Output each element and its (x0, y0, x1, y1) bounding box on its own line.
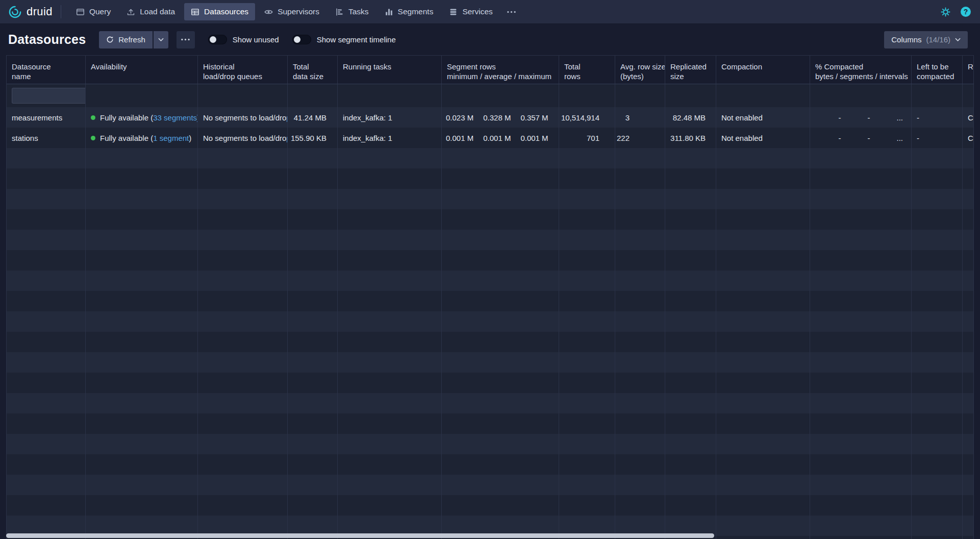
empty-cell (615, 332, 665, 352)
load-drop-cell: No segments to load/drop (198, 107, 288, 128)
empty-cell (338, 230, 442, 250)
empty-cell (963, 393, 974, 413)
empty-cell (615, 291, 665, 311)
ellipsis-icon (507, 11, 516, 13)
segments-link[interactable]: 1 segment (153, 134, 189, 142)
empty-cell (716, 189, 810, 209)
empty-cell (912, 352, 963, 373)
refresh-button[interactable]: Refresh (99, 31, 153, 48)
empty-cell (7, 209, 86, 230)
empty-cell (810, 475, 912, 495)
switch-knob (210, 36, 216, 43)
empty-cell (442, 189, 559, 209)
brand[interactable]: druid (8, 5, 53, 19)
chevron-down-icon (955, 38, 961, 42)
show-unused-switch[interactable] (208, 35, 227, 44)
empty-cell (963, 189, 974, 209)
empty-cell (559, 168, 615, 189)
header-datasource-name[interactable]: Datasourcename (7, 56, 86, 84)
empty-cell (615, 352, 665, 373)
empty-cell (86, 148, 198, 168)
empty-cell (665, 454, 716, 475)
datasource-name-cell: stations (7, 128, 86, 148)
empty-cell (716, 434, 810, 454)
nav-item-load-data[interactable]: Load data (120, 3, 182, 20)
header-retention[interactable]: Re (963, 56, 974, 84)
header-running-tasks[interactable]: Running tasks (338, 56, 442, 84)
refresh-interval-dropdown[interactable] (154, 31, 168, 48)
segments-link[interactable]: 33 segments (153, 113, 197, 122)
header-total-data-size[interactable]: Totaldata size (288, 56, 338, 84)
empty-cell (86, 271, 198, 291)
empty-cell (198, 434, 288, 454)
empty-cell (912, 434, 963, 454)
empty-cell (963, 434, 974, 454)
nav-item-datasources[interactable]: Datasources (184, 3, 255, 20)
more-actions-button[interactable] (177, 31, 195, 48)
empty-cell (716, 311, 810, 332)
header-left-to-compact[interactable]: Left to becompacted (912, 56, 963, 84)
empty-cell (86, 168, 198, 189)
empty-cell (442, 475, 559, 495)
table-row-empty (7, 475, 974, 495)
empty-cell (615, 250, 665, 271)
help-glyph: ? (964, 8, 968, 16)
empty-cell (198, 332, 288, 352)
empty-cell (665, 168, 716, 189)
header-replicated-size[interactable]: Replicatedsize (665, 56, 716, 84)
datasources-table: Datasourcename Availability Historicallo… (6, 55, 974, 539)
header-availability[interactable]: Availability (86, 56, 198, 84)
show-unused-toggle-group: Show unused (208, 35, 279, 44)
nav-item-tasks[interactable]: Tasks (329, 3, 375, 20)
empty-cell (810, 393, 912, 413)
header-avg-row-size[interactable]: Avg. row size(bytes) (615, 56, 665, 84)
empty-cell (559, 291, 615, 311)
table-row-empty (7, 250, 974, 271)
help-icon[interactable]: ? (961, 7, 971, 17)
show-segment-timeline-switch[interactable] (292, 35, 311, 44)
header-compaction[interactable]: Compaction (716, 56, 810, 84)
empty-cell (86, 413, 198, 434)
nav-item-supervisors[interactable]: Supervisors (258, 3, 326, 20)
empty-cell (338, 352, 442, 373)
table-row-empty (7, 516, 974, 536)
empty-cell (665, 495, 716, 516)
total-rows-cell: 701 (559, 128, 615, 148)
empty-cell (615, 168, 665, 189)
empty-cell (665, 148, 716, 168)
empty-cell (288, 209, 338, 230)
header-load-drop-queues[interactable]: Historicalload/drop queues (198, 56, 288, 84)
datasource-name-filter-input[interactable] (12, 88, 86, 104)
nav-item-segments[interactable]: Segments (378, 3, 440, 20)
empty-cell (288, 475, 338, 495)
empty-cell (338, 393, 442, 413)
empty-cell (7, 475, 86, 495)
horizontal-scrollbar-thumb[interactable] (6, 533, 714, 538)
empty-cell (716, 209, 810, 230)
eye-icon (264, 8, 273, 16)
empty-cell (716, 373, 810, 393)
empty-cell (615, 373, 665, 393)
empty-cell (198, 168, 288, 189)
table-row[interactable]: measurements Fully available (33 segment… (7, 107, 974, 128)
empty-cell (288, 332, 338, 352)
columns-dropdown-button[interactable]: Columns (14/16) (884, 31, 968, 48)
nav-item-services[interactable]: Services (442, 3, 499, 20)
header-pct-compacted[interactable]: % Compactedbytes / segments / intervals (810, 56, 912, 84)
columns-count: (14/16) (926, 35, 950, 44)
empty-cell (810, 148, 912, 168)
nav-item-query[interactable]: Query (69, 3, 117, 20)
header-total-rows[interactable]: Totalrows (559, 56, 615, 84)
settings-gear-icon[interactable] (941, 7, 950, 17)
bar-chart-icon (385, 8, 393, 16)
empty-cell (442, 250, 559, 271)
header-segment-rows[interactable]: Segment rowsminimum / average / maximum (442, 56, 559, 84)
running-tasks-cell: index_kafka: 1 (338, 128, 442, 148)
table-row-empty (7, 495, 974, 516)
empty-cell (559, 393, 615, 413)
chevron-down-icon (158, 38, 164, 42)
nav-more-button[interactable] (502, 7, 521, 17)
empty-cell (86, 516, 198, 536)
table-row-empty (7, 352, 974, 373)
table-row[interactable]: stations Fully available (1 segment) No … (7, 128, 974, 148)
